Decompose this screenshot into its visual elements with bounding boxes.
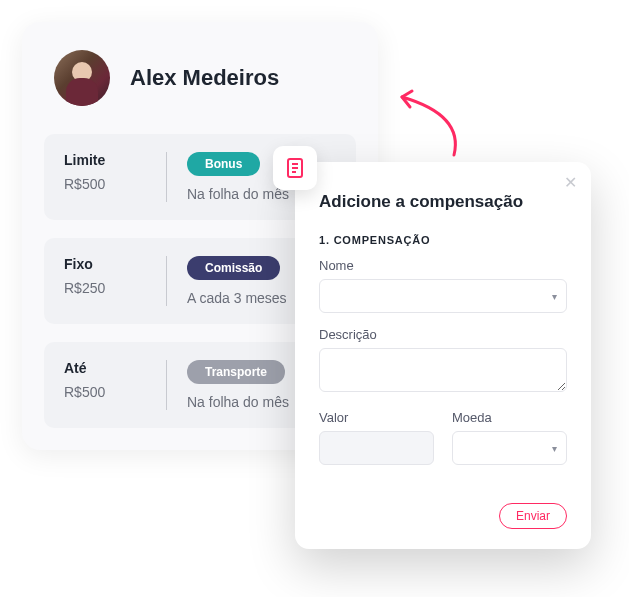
comp-value: R$500 bbox=[64, 176, 146, 192]
comp-sub: A cada 3 meses bbox=[187, 290, 287, 306]
select-wrap bbox=[452, 431, 567, 465]
divider bbox=[166, 360, 167, 410]
label-name: Nome bbox=[319, 258, 567, 273]
label-currency: Moeda bbox=[452, 410, 567, 425]
document-icon bbox=[273, 146, 317, 190]
select-wrap bbox=[319, 279, 567, 313]
value-input[interactable] bbox=[319, 431, 434, 465]
comp-right: Comissão A cada 3 meses bbox=[187, 256, 287, 306]
profile-header: Alex Medeiros bbox=[44, 50, 356, 106]
field-name: Nome bbox=[319, 258, 567, 313]
comp-left: Até R$500 bbox=[64, 360, 146, 410]
desc-textarea[interactable] bbox=[319, 348, 567, 392]
badge-commission: Comissão bbox=[187, 256, 280, 280]
field-value: Valor bbox=[319, 410, 434, 465]
comp-value: R$250 bbox=[64, 280, 146, 296]
field-currency: Moeda bbox=[452, 410, 567, 465]
currency-select[interactable] bbox=[452, 431, 567, 465]
label-value: Valor bbox=[319, 410, 434, 425]
arrow-annotation bbox=[390, 85, 470, 165]
badge-bonus: Bonus bbox=[187, 152, 260, 176]
comp-label: Até bbox=[64, 360, 146, 376]
comp-label: Fixo bbox=[64, 256, 146, 272]
comp-right: Transporte Na folha do mês bbox=[187, 360, 289, 410]
close-icon[interactable]: ✕ bbox=[561, 174, 579, 192]
label-desc: Descrição bbox=[319, 327, 567, 342]
modal-title: Adicione a compensação bbox=[319, 192, 567, 212]
badge-transport: Transporte bbox=[187, 360, 285, 384]
comp-sub: Na folha do mês bbox=[187, 186, 289, 202]
profile-name: Alex Medeiros bbox=[130, 65, 279, 91]
comp-left: Limite R$500 bbox=[64, 152, 146, 202]
divider bbox=[166, 152, 167, 202]
comp-left: Fixo R$250 bbox=[64, 256, 146, 306]
comp-sub: Na folha do mês bbox=[187, 394, 289, 410]
name-select[interactable] bbox=[319, 279, 567, 313]
divider bbox=[166, 256, 167, 306]
comp-label: Limite bbox=[64, 152, 146, 168]
field-desc: Descrição bbox=[319, 327, 567, 396]
send-button[interactable]: Enviar bbox=[499, 503, 567, 529]
value-currency-row: Valor Moeda bbox=[319, 410, 567, 479]
compensation-modal: ✕ Adicione a compensação 1. COMPENSAÇÃO … bbox=[295, 162, 591, 549]
comp-value: R$500 bbox=[64, 384, 146, 400]
modal-footer: Enviar bbox=[319, 503, 567, 529]
avatar bbox=[54, 50, 110, 106]
step-label: 1. COMPENSAÇÃO bbox=[319, 234, 567, 246]
